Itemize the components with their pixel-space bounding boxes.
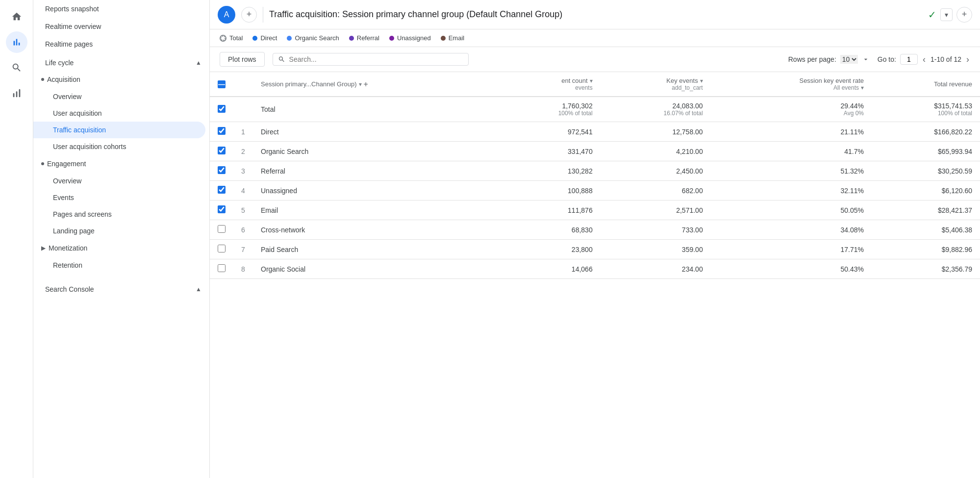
row-name: Email	[253, 201, 500, 220]
rows-per-page-select[interactable]: 10 25 50	[840, 55, 858, 64]
row-checkbox[interactable]	[218, 166, 226, 174]
sidebar-item-user-acquisition[interactable]: User acquisition	[33, 105, 209, 122]
legend-unassigned-label: Unassigned	[397, 34, 431, 42]
add-view-button[interactable]: +	[956, 7, 972, 23]
row-checkbox[interactable]	[218, 245, 226, 252]
key-events-sub: add_to_cart	[672, 84, 703, 91]
row-checkbox[interactable]	[218, 127, 226, 135]
row-name: Direct	[253, 122, 500, 142]
row-total-revenue: $30,250.59	[872, 161, 980, 181]
legend-email[interactable]: Email	[441, 34, 465, 42]
event-count-sub: events	[575, 84, 592, 91]
row-total-revenue: $9,882.96	[872, 240, 980, 259]
sidebar-item-realtime-overview[interactable]: Realtime overview	[33, 18, 209, 35]
row-name: Unassigned	[253, 181, 500, 201]
add-dimension-button[interactable]: +	[364, 80, 368, 89]
row-name: Referral	[253, 161, 500, 181]
legend-referral[interactable]: Referral	[349, 34, 379, 42]
row-checkbox-cell	[210, 97, 233, 122]
legend-unassigned[interactable]: Unassigned	[389, 34, 431, 42]
col-header-num	[233, 72, 253, 97]
row-number: 2	[233, 142, 253, 161]
col-header-checkbox: —	[210, 72, 233, 97]
row-checkbox[interactable]	[218, 105, 226, 113]
row-checkbox[interactable]	[218, 147, 226, 154]
icon-bar	[0, 0, 33, 478]
advertising-nav-icon[interactable]	[6, 82, 27, 104]
main-content: A + Traffic acquisition: Session primary…	[210, 0, 980, 478]
sidebar-section-lifecycle[interactable]: Life cycle ▲	[33, 53, 209, 71]
row-number	[233, 97, 253, 122]
plot-rows-button[interactable]: Plot rows	[220, 52, 265, 67]
row-key-events: 4,210.00	[601, 142, 711, 161]
search-insights-nav-icon[interactable]	[6, 57, 27, 78]
sidebar-item-landing-page[interactable]: Landing page	[33, 223, 209, 239]
row-checkbox[interactable]	[218, 186, 226, 194]
sidebar-item-events[interactable]: Events	[33, 189, 209, 206]
legend-direct[interactable]: Direct	[252, 34, 277, 42]
row-number: 8	[233, 259, 253, 279]
legend-bar: Total Direct Organic Search Referral Una…	[210, 29, 980, 47]
table-row: 3Referral130,2822,450.0051.32%$30,250.59	[210, 161, 980, 181]
row-checkbox[interactable]	[218, 264, 226, 272]
avatar[interactable]: A	[218, 6, 235, 24]
row-key-events: 24,083.0016.07% of total	[601, 97, 711, 122]
row-session-key-rate: 17.71%	[711, 240, 872, 259]
sidebar-item-pages-and-screens[interactable]: Pages and screens	[33, 206, 209, 223]
monetization-expand-icon: ▶	[41, 245, 46, 252]
row-checkbox[interactable]	[218, 225, 226, 233]
sidebar-section-search-console[interactable]: Search Console ▲	[33, 279, 209, 297]
row-number: 4	[233, 181, 253, 201]
search-input[interactable]	[289, 55, 463, 63]
row-checkbox[interactable]	[218, 205, 226, 213]
sidebar-item-retention[interactable]: Retention	[33, 257, 209, 274]
sidebar-item-eng-overview[interactable]: Overview	[33, 173, 209, 189]
table-row: 7Paid Search23,800359.0017.71%$9,882.96	[210, 240, 980, 259]
analytics-nav-icon[interactable]	[6, 31, 27, 53]
event-count-dropdown-icon[interactable]: ▾	[590, 77, 593, 84]
next-page-button[interactable]: ›	[965, 53, 970, 66]
sidebar-group-engagement[interactable]: Engagement	[33, 155, 209, 173]
sidebar-item-user-acquisition-cohorts[interactable]: User acquisition cohorts	[33, 138, 209, 155]
legend-organic-search[interactable]: Organic Search	[287, 34, 339, 42]
title-dropdown-button[interactable]: ▾	[940, 8, 953, 21]
row-checkbox-cell	[210, 161, 233, 181]
sidebar-item-reports-snapshot[interactable]: Reports snapshot	[33, 0, 209, 18]
add-tab-button[interactable]: +	[241, 7, 257, 23]
home-nav-icon[interactable]	[6, 6, 27, 27]
session-key-rate-dropdown-icon[interactable]: ▾	[861, 84, 864, 91]
prev-page-button[interactable]: ‹	[922, 53, 927, 66]
check-circle-icon: ✓	[928, 9, 936, 21]
unassigned-dot-icon	[389, 36, 394, 41]
row-checkbox-cell	[210, 240, 233, 259]
row-total-revenue: $2,356.79	[872, 259, 980, 279]
event-count-label: ent count	[561, 77, 588, 84]
row-checkbox-cell	[210, 259, 233, 279]
svg-point-0	[221, 36, 225, 40]
rows-per-page-control: Rows per page: 10 25 50	[788, 55, 870, 64]
dimension-dropdown-icon[interactable]: ▾	[359, 81, 362, 88]
row-event-count: 23,800	[500, 240, 601, 259]
row-session-key-rate: 29.44%Avg 0%	[711, 97, 872, 122]
sidebar-group-acquisition[interactable]: Acquisition	[33, 71, 209, 88]
sidebar-item-overview[interactable]: Overview	[33, 88, 209, 105]
col-header-session-key-rate: Session key event rate All events ▾	[711, 72, 872, 97]
row-total-revenue: $28,421.37	[872, 201, 980, 220]
legend-direct-label: Direct	[260, 34, 277, 42]
engagement-label: Engagement	[47, 160, 86, 168]
row-session-key-rate: 21.11%	[711, 122, 872, 142]
row-checkbox-cell	[210, 142, 233, 161]
key-events-dropdown-icon[interactable]: ▾	[700, 77, 703, 84]
table-row: 6Cross-network68,830733.0034.08%$5,406.3…	[210, 220, 980, 240]
dropdown-chevron-icon: ▾	[945, 11, 948, 19]
row-name: Paid Search	[253, 240, 500, 259]
sidebar-item-realtime-pages[interactable]: Realtime pages	[33, 35, 209, 53]
session-key-rate-label: Session key event rate	[799, 77, 864, 84]
go-to-label: Go to:	[878, 55, 896, 63]
go-to-input[interactable]: 1	[900, 54, 918, 65]
sidebar-item-traffic-acquisition[interactable]: Traffic acquisition	[33, 122, 205, 138]
sidebar-group-monetization[interactable]: ▶ Monetization	[33, 239, 209, 257]
legend-total[interactable]: Total	[220, 34, 243, 42]
page-title: Traffic acquisition: Session primary cha…	[269, 9, 922, 20]
deselect-all-icon[interactable]: —	[218, 80, 226, 88]
